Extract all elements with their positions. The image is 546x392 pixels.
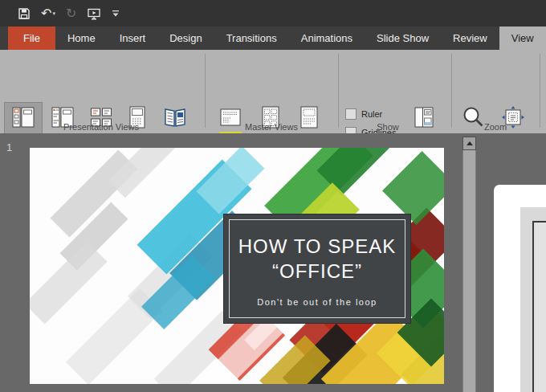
presentation-views-group-label: Presentation Views <box>0 122 202 132</box>
group-separator <box>338 54 339 128</box>
customize-qat-icon[interactable] <box>112 10 120 18</box>
show-group-label: Show <box>340 122 435 132</box>
tab-slide-show[interactable]: Slide Show <box>365 27 441 50</box>
zoom-group-label: Zoom <box>453 122 538 132</box>
save-icon[interactable] <box>18 7 31 20</box>
tab-view[interactable]: View <box>499 27 546 50</box>
scrollbar-thumb[interactable] <box>462 150 476 392</box>
scroll-up-arrow-icon <box>467 141 473 145</box>
next-page-inner-panel <box>520 207 546 392</box>
tab-transitions[interactable]: Transitions <box>214 27 289 50</box>
slide-canvas[interactable]: HOW TO SPEAK “OFFICE” Don't be out of th… <box>30 148 444 384</box>
start-slideshow-icon[interactable] <box>87 7 101 21</box>
redo-icon: ↻ <box>66 7 76 20</box>
ruler-checkbox-row[interactable]: Ruler <box>345 108 382 120</box>
powerpoint-window: ↶▾ ↻ File Home Insert <box>0 0 546 392</box>
tab-home[interactable]: Home <box>55 27 108 50</box>
undo-dropdown-icon[interactable]: ▾ <box>52 10 55 17</box>
title-text-box-border: HOW TO SPEAK “OFFICE” Don't be out of th… <box>229 219 405 318</box>
slide-subtitle: Don't be out of the loop <box>257 297 377 307</box>
next-page-fragment <box>494 185 546 392</box>
slide-number: 1 <box>6 141 12 153</box>
ribbon-tab-row: File Home Insert Design Transitions Anim… <box>0 27 546 50</box>
ruler-checkbox[interactable] <box>345 108 357 120</box>
ruler-label: Ruler <box>361 109 382 119</box>
group-separator <box>540 54 540 128</box>
master-views-group-label: Master Views <box>207 122 336 132</box>
quick-access-toolbar: ↶▾ ↻ <box>18 3 120 24</box>
vertical-scrollbar[interactable] <box>462 137 476 392</box>
tab-animations[interactable]: Animations <box>289 27 365 50</box>
title-bar: ↶▾ ↻ <box>0 0 546 27</box>
title-text-box[interactable]: HOW TO SPEAK “OFFICE” Don't be out of th… <box>223 214 411 324</box>
tab-insert[interactable]: Insert <box>108 27 158 50</box>
tab-file[interactable]: File <box>8 27 55 50</box>
scroll-up-button[interactable] <box>462 137 476 150</box>
group-separator <box>451 54 452 128</box>
editing-area: 1 <box>0 133 546 392</box>
slide-title: HOW TO SPEAK “OFFICE” <box>238 234 397 284</box>
tab-review[interactable]: Review <box>441 27 499 50</box>
ribbon: Normal Outline View <box>0 50 546 134</box>
next-page-framed-box <box>532 221 546 392</box>
tab-design[interactable]: Design <box>157 27 214 50</box>
group-separator <box>205 54 206 128</box>
undo-icon[interactable]: ↶▾ <box>41 7 55 20</box>
